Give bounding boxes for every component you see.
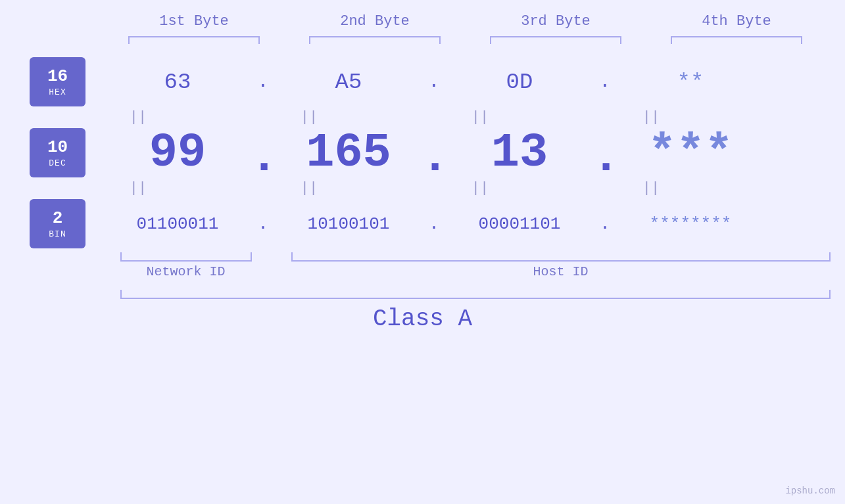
dec-values: 99 . 165 . 13 . ***: [105, 129, 845, 177]
eq2-3: ||: [395, 177, 566, 199]
eq1-2: ||: [224, 106, 395, 128]
hex-base-number: 16: [47, 66, 68, 87]
byte-header-3: 3rd Byte: [483, 13, 628, 30]
dec-dot-3: .: [592, 134, 618, 181]
dec-dot-1: .: [250, 134, 276, 181]
dec-row: 10 DEC 99 . 165 . 13 . ***: [0, 128, 845, 177]
eq1-1: ||: [53, 106, 224, 128]
hex-row: 16 HEX 63 . A5 . 0D . **: [0, 57, 845, 106]
top-bracket-row: [104, 36, 827, 44]
network-id-label: Network ID: [120, 264, 252, 279]
hex-dot-2: .: [421, 72, 447, 92]
bracket-3: [490, 36, 621, 44]
byte-header-1: 1st Byte: [122, 13, 266, 30]
hex-byte-2: A5: [276, 70, 421, 95]
bin-dot-1: .: [250, 214, 276, 234]
bin-dot-3: .: [592, 214, 618, 234]
bin-values: 01100011 . 10100101 . 00001101 . *******…: [105, 214, 845, 234]
byte-headers-row: 1st Byte 2nd Byte 3rd Byte 4th Byte: [104, 13, 827, 30]
bracket-1: [128, 36, 260, 44]
dec-byte-2: 165: [276, 129, 421, 177]
bin-byte-3: 00001101: [447, 214, 592, 234]
eq2-1: ||: [53, 177, 224, 199]
eq1-3: ||: [395, 106, 566, 128]
bin-byte-1: 01100011: [105, 214, 250, 234]
dec-base-label: DEC: [49, 158, 66, 168]
bin-byte-2: 10100101: [276, 214, 421, 234]
main-container: 1st Byte 2nd Byte 3rd Byte 4th Byte 16 H…: [0, 0, 845, 504]
hex-byte-4: **: [618, 70, 763, 95]
hex-base-label: HEX: [49, 87, 66, 97]
bin-row: 2 BIN 01100011 . 10100101 . 00001101 . *…: [0, 199, 845, 248]
hex-values: 63 . A5 . 0D . **: [105, 70, 845, 95]
hex-dot-3: .: [592, 72, 618, 92]
id-labels-row: Network ID Host ID: [120, 264, 831, 279]
hex-dot-1: .: [250, 72, 276, 92]
hex-badge: 16 HEX: [30, 57, 85, 106]
eq2-4: ||: [566, 177, 736, 199]
class-label: Class A: [0, 306, 845, 332]
network-bracket: [120, 252, 252, 262]
label-spacer: [252, 264, 291, 279]
bin-base-number: 2: [53, 208, 63, 229]
dec-byte-4: ***: [618, 129, 763, 177]
bracket-4: [671, 36, 802, 44]
host-id-label: Host ID: [291, 264, 831, 279]
full-bottom-bracket: [120, 290, 831, 299]
bin-base-label: BIN: [49, 229, 66, 239]
dec-base-number: 10: [47, 137, 68, 158]
eq1-4: ||: [566, 106, 736, 128]
bin-byte-4: ********: [618, 214, 763, 234]
bin-badge: 2 BIN: [30, 199, 85, 248]
host-bracket: [291, 252, 831, 262]
bracket-spacer-1: [252, 252, 291, 262]
byte-header-2: 2nd Byte: [302, 13, 447, 30]
dec-dot-2: .: [421, 134, 447, 181]
bottom-brackets: [120, 252, 831, 262]
bracket-2: [309, 36, 441, 44]
dec-byte-3: 13: [447, 129, 592, 177]
dec-byte-1: 99: [105, 129, 250, 177]
watermark: ipshu.com: [785, 486, 835, 496]
bin-dot-2: .: [421, 214, 447, 234]
hex-byte-1: 63: [105, 70, 250, 95]
byte-header-4: 4th Byte: [664, 13, 809, 30]
eq2-2: ||: [224, 177, 395, 199]
equals-row-1: || || || ||: [53, 106, 845, 128]
dec-badge: 10 DEC: [30, 128, 85, 177]
hex-byte-3: 0D: [447, 70, 592, 95]
